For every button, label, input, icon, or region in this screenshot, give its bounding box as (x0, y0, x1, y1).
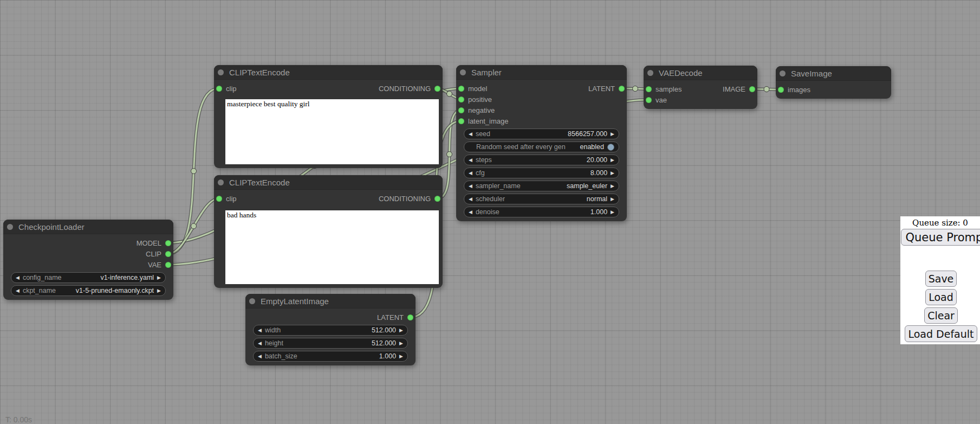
node-title-text: EmptyLatentImage (261, 297, 329, 306)
widget-right-arrow-icon[interactable]: ▶ (611, 197, 614, 202)
widget-value: normal (587, 195, 607, 203)
widget-random-seed-after-every-gen[interactable]: Random seed after every genenabled (464, 142, 619, 152)
widget-right-arrow-icon[interactable]: ▶ (399, 328, 403, 333)
node-title-bar[interactable]: CLIPTextEncode (214, 65, 443, 80)
widget-right-arrow-icon[interactable]: ▶ (611, 132, 614, 137)
widget-right-arrow-icon[interactable]: ▶ (611, 158, 614, 163)
widget-left-arrow-icon[interactable]: ◀ (469, 171, 472, 176)
widget-right-arrow-icon[interactable]: ▶ (399, 354, 403, 359)
slot-row: samplesIMAGE (644, 83, 757, 94)
widget-label: height (265, 339, 283, 347)
widget-value: 20.000 (587, 156, 607, 164)
input-port-samples[interactable] (646, 86, 652, 92)
output-port-conditioning[interactable] (434, 196, 440, 202)
widget-left-arrow-icon[interactable]: ◀ (469, 210, 472, 215)
collapse-dot-icon[interactable] (780, 70, 786, 76)
input-port-positive[interactable] (458, 97, 464, 102)
widget-right-arrow-icon[interactable]: ▶ (611, 171, 614, 176)
collapse-dot-icon[interactable] (218, 69, 224, 75)
node-clip-text-encode-positive[interactable]: CLIPTextEncodeclipCONDITIONINGmasterpiec… (214, 65, 443, 168)
widget-value: 512.000 (372, 326, 396, 334)
widget-label: cfg (476, 169, 485, 177)
widget-config-name[interactable]: ◀config_namev1-inference.yaml▶ (11, 272, 166, 283)
widget-left-arrow-icon[interactable]: ◀ (16, 275, 20, 280)
node-title-bar[interactable]: Sampler (456, 65, 627, 80)
input-port-model[interactable] (458, 86, 464, 92)
slot-row: modelLATENT (456, 83, 627, 94)
input-port-vae[interactable] (646, 97, 652, 103)
widget-right-arrow-icon[interactable]: ▶ (157, 275, 161, 280)
widget-label: ckpt_name (23, 287, 56, 294)
node-save-image[interactable]: SaveImageimages (776, 66, 891, 99)
widget-seed[interactable]: ◀seed8566257.000▶ (464, 129, 619, 139)
toggle-knob-icon[interactable] (607, 144, 614, 151)
input-slot-label: positive (468, 95, 492, 104)
widget-left-arrow-icon[interactable]: ◀ (469, 197, 472, 202)
widget-left-arrow-icon[interactable]: ◀ (469, 132, 472, 137)
widget-sampler-name[interactable]: ◀sampler_namesample_euler▶ (464, 181, 619, 191)
widget-left-arrow-icon[interactable]: ◀ (469, 158, 472, 163)
widget-scheduler[interactable]: ◀schedulernormal▶ (464, 194, 619, 204)
output-port-vae[interactable] (165, 262, 171, 268)
node-empty-latent-image[interactable]: EmptyLatentImageLATENT◀width512.000▶◀hei… (245, 294, 416, 365)
collapse-dot-icon[interactable] (249, 298, 255, 304)
input-port-images[interactable] (778, 87, 784, 93)
widget-cfg[interactable]: ◀cfg8.000▶ (464, 168, 619, 178)
widget-right-arrow-icon[interactable]: ▶ (611, 210, 614, 215)
node-title-bar[interactable]: EmptyLatentImage (245, 294, 416, 309)
input-port-latent_image[interactable] (458, 118, 464, 124)
queue-prompt-button[interactable]: Queue Prompt (901, 229, 980, 246)
widget-left-arrow-icon[interactable]: ◀ (258, 341, 262, 346)
load-default-button[interactable]: Load Default (905, 325, 977, 342)
output-port-conditioning[interactable] (434, 86, 440, 92)
widget-steps[interactable]: ◀steps20.000▶ (464, 155, 619, 165)
widget-right-arrow-icon[interactable]: ▶ (399, 341, 403, 346)
node-title-bar[interactable]: CheckpointLoader (3, 220, 173, 234)
prompt-textarea[interactable]: masterpiece best quality girl (225, 99, 439, 164)
node-sampler[interactable]: SamplermodelLATENTpositivenegativelatent… (456, 65, 627, 221)
queue-size-label: Queue size: 0 (900, 218, 980, 228)
output-slot-label: CONDITIONING (379, 85, 431, 93)
widget-label: scheduler (476, 195, 505, 203)
slot-row: CLIP (3, 248, 173, 259)
collapse-dot-icon[interactable] (7, 224, 13, 230)
widget-ckpt-name[interactable]: ◀ckpt_namev1-5-pruned-emaonly.ckpt▶ (11, 285, 166, 296)
input-slot-images: images (778, 86, 810, 94)
output-port-latent[interactable] (407, 314, 413, 320)
node-vae-decode[interactable]: VAEDecodesamplesIMAGEvae (644, 66, 757, 109)
save-button[interactable]: Save (925, 271, 957, 287)
queue-menu-panel: Queue size: 0 Queue Prompt Save Load Cle… (900, 216, 980, 344)
output-port-image[interactable] (749, 86, 755, 92)
input-port-clip[interactable] (216, 86, 222, 92)
output-port-latent[interactable] (619, 86, 625, 92)
widget-height[interactable]: ◀height512.000▶ (253, 338, 408, 349)
widget-width[interactable]: ◀width512.000▶ (253, 325, 408, 336)
node-title-bar[interactable]: SaveImage (776, 66, 891, 81)
output-slot-label: CLIP (146, 250, 161, 258)
node-title-bar[interactable]: VAEDecode (644, 66, 757, 80)
load-button[interactable]: Load (925, 289, 957, 305)
input-port-clip[interactable] (216, 196, 222, 202)
collapse-dot-icon[interactable] (460, 69, 466, 75)
collapse-dot-icon[interactable] (647, 70, 653, 76)
input-port-negative[interactable] (458, 107, 464, 113)
prompt-textarea[interactable]: bad hands (225, 210, 439, 284)
clear-button[interactable]: Clear (924, 307, 958, 324)
node-title-bar[interactable]: CLIPTextEncode (214, 175, 443, 190)
widget-left-arrow-icon[interactable]: ◀ (258, 328, 262, 333)
widget-right-arrow-icon[interactable]: ▶ (157, 288, 161, 293)
widget-denoise[interactable]: ◀denoise1.000▶ (464, 207, 619, 217)
widget-batch-size[interactable]: ◀batch_size1.000▶ (253, 351, 408, 362)
node-clip-text-encode-negative[interactable]: CLIPTextEncodeclipCONDITIONINGbad hands (214, 175, 443, 288)
widget-left-arrow-icon[interactable]: ◀ (16, 288, 20, 293)
node-checkpoint-loader[interactable]: CheckpointLoaderMODELCLIPVAE◀config_name… (3, 220, 173, 300)
output-port-clip[interactable] (165, 251, 171, 257)
collapse-dot-icon[interactable] (218, 179, 224, 185)
output-slot-label: CONDITIONING (379, 195, 431, 203)
widget-right-arrow-icon[interactable]: ▶ (611, 184, 614, 189)
output-port-model[interactable] (165, 240, 171, 246)
widget-label: batch_size (265, 352, 297, 360)
widget-left-arrow-icon[interactable]: ◀ (469, 184, 472, 189)
widget-left-arrow-icon[interactable]: ◀ (258, 354, 262, 359)
node-title-text: SaveImage (791, 69, 832, 78)
